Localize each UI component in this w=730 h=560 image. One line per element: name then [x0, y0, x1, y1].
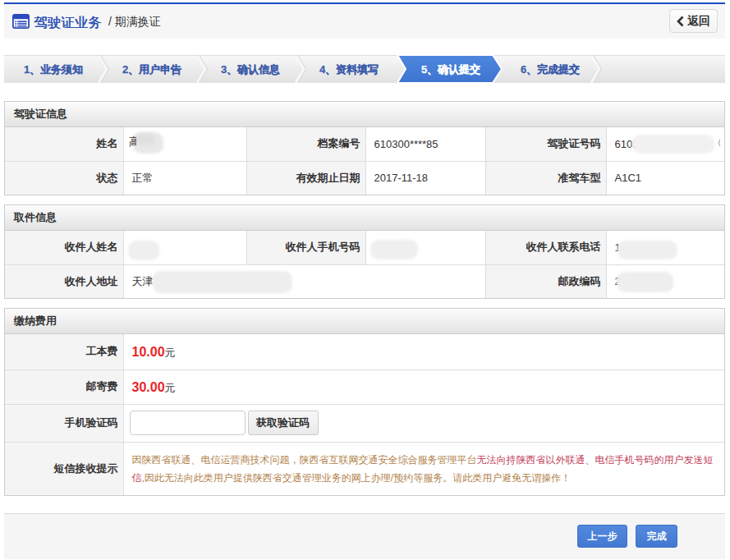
svg-text:3、确认信息: 3、确认信息 [221, 63, 280, 76]
svg-text:6、完成提交: 6、完成提交 [521, 63, 580, 76]
svg-text:2、用户申告: 2、用户申告 [122, 63, 181, 76]
svg-text:1、业务须知: 1、业务须知 [24, 63, 83, 76]
svg-text:5、确认提交: 5、确认提交 [421, 63, 480, 76]
svg-text:4、资料填写: 4、资料填写 [319, 63, 379, 76]
